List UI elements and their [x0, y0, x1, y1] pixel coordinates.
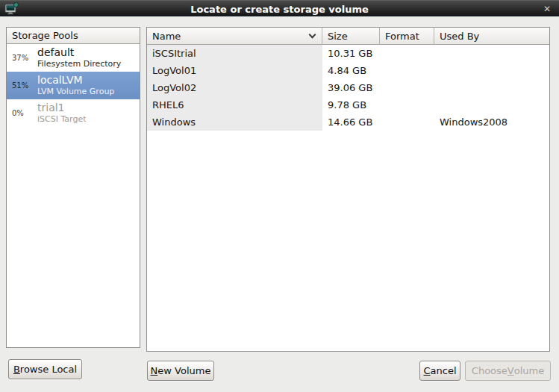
volume-used-by: Windows2008: [434, 113, 549, 131]
volume-name: RHEL6: [147, 96, 322, 113]
volume-name: LogVol02: [147, 79, 322, 96]
choose-volume-button[interactable]: Choose Volume: [465, 361, 551, 381]
volume-used-by: [434, 96, 549, 113]
volume-row-logvol01[interactable]: LogVol01 4.84 GB: [147, 62, 549, 79]
pool-type: Filesystem Directory: [37, 59, 121, 69]
volume-size: 4.84 GB: [322, 62, 380, 79]
volume-row-windows[interactable]: Windows 14.66 GB Windows2008: [147, 113, 549, 131]
pool-row-locallvm[interactable]: 51% localLVM LVM Volume Group: [7, 72, 140, 99]
browse-local-button[interactable]: Browse Local: [8, 359, 82, 379]
column-header-format[interactable]: Format: [380, 28, 434, 45]
pool-name: trial1: [37, 102, 86, 114]
new-volume-button[interactable]: New Volume: [147, 361, 214, 381]
volume-name: Windows: [147, 113, 322, 131]
column-header-used-by[interactable]: Used By: [434, 28, 549, 45]
pool-row-trial1[interactable]: 0% trial1 iSCSI Target: [7, 99, 140, 127]
storage-pools-panel: Storage Pools 37% default Filesystem Dir…: [6, 27, 140, 348]
volume-row-logvol02[interactable]: LogVol02 39.06 GB: [147, 79, 549, 96]
locate-storage-volume-dialog: Locate or create storage volume ✕ Storag…: [0, 0, 559, 392]
window-title: Locate or create storage volume: [0, 1, 559, 17]
volumes-table: Name Size Format Used By iSCSItrial 10.3…: [146, 27, 550, 352]
volume-name: iSCSItrial: [147, 45, 322, 62]
pool-name: localLVM: [37, 74, 114, 87]
volumes-table-header: Name Size Format Used By: [147, 28, 549, 45]
pool-type: iSCSI Target: [37, 114, 86, 125]
volume-row-iscsitrial[interactable]: iSCSItrial 10.31 GB: [147, 45, 549, 62]
pool-usage-percent: 37%: [12, 54, 32, 62]
volume-format: [380, 62, 434, 79]
volume-used-by: [434, 45, 549, 62]
volume-format: [380, 96, 434, 113]
volume-row-rhel6[interactable]: RHEL6 9.78 GB: [147, 96, 549, 113]
volume-format: [380, 113, 434, 131]
close-icon[interactable]: ✕: [540, 1, 554, 17]
volume-used-by: [434, 79, 549, 96]
titlebar[interactable]: Locate or create storage volume ✕: [0, 0, 559, 16]
pool-usage-percent: 51%: [12, 81, 32, 90]
volume-used-by: [434, 62, 549, 79]
pool-name: default: [37, 46, 121, 59]
volume-size: 14.66 GB: [322, 113, 380, 131]
column-header-name[interactable]: Name: [147, 28, 322, 45]
volume-size: 39.06 GB: [322, 79, 380, 96]
storage-pools-header: Storage Pools: [7, 28, 140, 44]
volume-size: 10.31 GB: [322, 45, 380, 62]
pool-usage-percent: 0%: [12, 109, 32, 117]
volume-format: [380, 79, 434, 96]
sort-descending-icon: [309, 31, 316, 38]
column-header-size[interactable]: Size: [322, 28, 380, 45]
pool-row-default[interactable]: 37% default Filesystem Directory: [7, 44, 140, 72]
cancel-button[interactable]: Cancel: [419, 361, 460, 381]
pool-type: LVM Volume Group: [37, 87, 114, 97]
volume-format: [380, 45, 434, 62]
volume-name: LogVol01: [147, 62, 322, 79]
volume-size: 9.78 GB: [322, 96, 380, 113]
